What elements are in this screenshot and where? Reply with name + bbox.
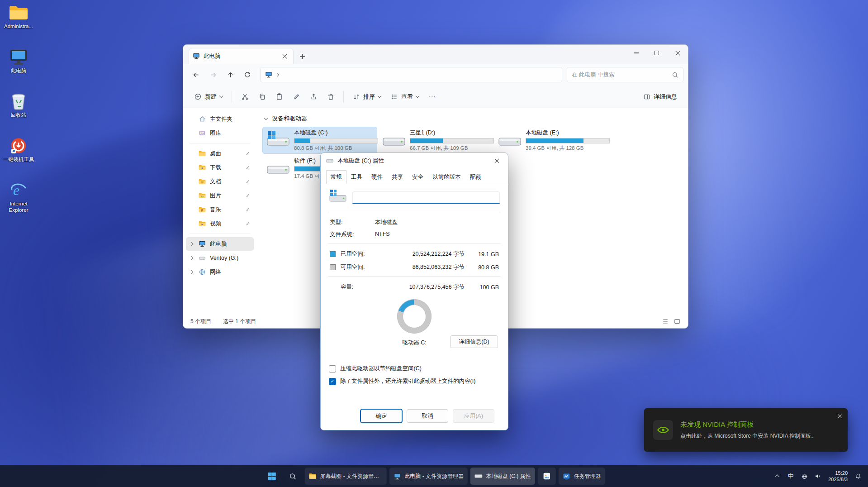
toast-body: 点击此处，从 Microsoft Store 中安装 NVIDIA 控制面板。 (680, 432, 816, 440)
expand-chevron-icon[interactable] (190, 256, 193, 260)
pin-icon (245, 193, 250, 198)
search-input[interactable] (572, 72, 668, 78)
desktop-icon-recycle-bin[interactable]: 回收站 (1, 92, 36, 119)
selection-count: 选中 1 个项目 (223, 318, 256, 325)
details-pane-button[interactable]: 详细信息 (639, 89, 682, 105)
drive-tile-c[interactable]: 本地磁盘 (C:) 80.8 GB 可用, 共 100 GB (263, 127, 377, 153)
taskbar-app-icon[interactable] (538, 468, 556, 485)
tab-quota[interactable]: 配额 (465, 170, 486, 184)
rename-button[interactable] (288, 89, 304, 105)
chevron-down-icon (219, 94, 223, 98)
taskbar-clock[interactable]: 15:20 2025/8/3 (825, 470, 851, 483)
cancel-button[interactable]: 取消 (407, 409, 448, 423)
sidebar-item-label: 图片 (210, 192, 221, 200)
desktop-icon-administrator[interactable]: Administra... (1, 4, 36, 30)
used-space-size: 19.1 GB (465, 251, 499, 258)
desktop-icon-this-pc[interactable]: 此电脑 (1, 48, 36, 74)
ime-indicator[interactable]: 中 (784, 468, 797, 484)
explorer-tab[interactable]: 此电脑 (189, 48, 294, 64)
sort-icon (353, 93, 360, 100)
expand-chevron-icon[interactable] (190, 270, 193, 274)
drive-icon (199, 254, 206, 262)
taskbar-item-this-pc-explorer[interactable]: 此电脑 - 文件资源管理器 (389, 468, 468, 485)
details-view-toggle-icon[interactable] (662, 318, 669, 325)
sidebar-item-documents[interactable]: 文档 (186, 175, 254, 188)
tab-security[interactable]: 安全 (408, 170, 428, 184)
share-button[interactable] (305, 89, 322, 105)
taskbar-item-screenshot-explorer[interactable]: 屏幕截图 - 文件资源管理器 (304, 468, 386, 485)
expand-chevron-icon[interactable] (190, 242, 193, 246)
tab-sharing[interactable]: 共享 (387, 170, 408, 184)
sort-button[interactable]: 排序 (348, 89, 385, 105)
volume-icon[interactable] (811, 468, 824, 484)
new-button[interactable]: 新建 (190, 89, 227, 105)
capacity-size: 100 GB (465, 284, 499, 291)
tab-hardware[interactable]: 硬件 (367, 170, 387, 184)
volume-label-input[interactable] (352, 191, 500, 204)
maximize-icon (655, 51, 659, 55)
cut-button[interactable] (237, 89, 253, 105)
pictures-icon (199, 192, 206, 199)
desktop-icon-install-tool[interactable]: 一键装机工具 (1, 137, 36, 163)
sidebar-item-downloads[interactable]: 下载 (186, 161, 254, 174)
pin-icon (245, 165, 250, 170)
drive-tile-e[interactable]: 本地磁盘 (E:) 39.4 GB 可用, 共 128 GB (494, 127, 608, 153)
devices-section-header[interactable]: 设备和驱动器 (262, 114, 684, 127)
taskbar-item-task-manager[interactable]: 任务管理器 (559, 468, 605, 485)
tray-overflow-button[interactable] (771, 468, 783, 484)
desktop-icon-internet-explorer[interactable]: e Internet Explorer (1, 181, 36, 214)
sidebar-item-this-pc[interactable]: 此电脑 (186, 237, 254, 251)
close-icon (494, 158, 499, 163)
drive-tile-d[interactable]: 三星1 (D:) 66.7 GB 可用, 共 109 GB (379, 127, 493, 153)
toast-close-button[interactable] (835, 411, 844, 421)
sidebar-item-videos[interactable]: 视频 (186, 217, 254, 230)
search-box[interactable] (567, 67, 683, 82)
tab-general[interactable]: 常规 (326, 170, 346, 184)
copy-button[interactable] (254, 89, 270, 105)
delete-button[interactable] (323, 89, 339, 105)
index-contents-checkbox[interactable]: 除了文件属性外，还允许索引此驱动器上文件的内容(I) (329, 377, 500, 385)
refresh-button[interactable] (239, 67, 256, 83)
close-button[interactable] (667, 45, 688, 61)
sidebar-item-network[interactable]: 网络 (186, 265, 254, 279)
ok-button[interactable]: 确定 (360, 409, 402, 423)
start-button[interactable] (263, 468, 281, 485)
desktop-icon-label: Administra... (4, 24, 33, 30)
explorer-navbar (183, 64, 688, 86)
dialog-close-button[interactable] (487, 154, 506, 167)
checkbox-label: 除了文件属性外，还允许索引此驱动器上文件的内容(I) (340, 377, 475, 385)
checkbox-icon[interactable] (329, 365, 336, 372)
new-tab-button[interactable] (297, 51, 307, 61)
sidebar-item-gallery[interactable]: 图库 (186, 126, 254, 140)
more-options-button[interactable]: ⋯ (424, 89, 441, 105)
back-button[interactable] (188, 67, 204, 83)
notification-center-button[interactable] (852, 468, 864, 484)
sidebar-item-home[interactable]: 主文件夹 (186, 112, 254, 126)
forward-button[interactable] (205, 67, 221, 83)
paste-button[interactable] (271, 89, 287, 105)
details-button[interactable]: 详细信息(D) (450, 335, 498, 348)
up-button[interactable] (222, 67, 238, 83)
taskbar-search-button[interactable] (284, 468, 302, 485)
nvidia-toast[interactable]: 未发现 NVIDIA 控制面板 点击此处，从 Microsoft Store 中… (644, 408, 848, 452)
minimize-button[interactable] (626, 45, 646, 61)
sidebar-item-pictures[interactable]: 图片 (186, 189, 254, 202)
sidebar-item-ventoy[interactable]: Ventoy (G:) (186, 251, 254, 265)
compress-drive-checkbox[interactable]: 压缩此驱动器以节约磁盘空间(C) (329, 365, 500, 372)
dialog-title: 本地磁盘 (C:) 属性 (337, 157, 384, 165)
monitor-icon (199, 241, 206, 247)
maximize-button[interactable] (646, 45, 667, 61)
address-bar[interactable] (260, 67, 562, 82)
globe-icon (801, 473, 808, 480)
large-icons-view-toggle-icon[interactable] (674, 318, 681, 325)
tab-close-button[interactable] (280, 51, 289, 61)
checkbox-icon[interactable] (329, 378, 336, 385)
taskbar-item-disk-properties[interactable]: 本地磁盘 (C:) 属性 (470, 468, 535, 485)
sidebar-item-desktop[interactable]: 桌面 (186, 147, 254, 160)
network-icon[interactable] (798, 468, 811, 484)
view-button[interactable]: 查看 (386, 89, 423, 105)
sidebar-item-music[interactable]: 音乐 (186, 203, 254, 216)
monitor-icon (265, 72, 272, 78)
tab-previous-versions[interactable]: 以前的版本 (428, 170, 465, 184)
tab-tools[interactable]: 工具 (346, 170, 367, 184)
